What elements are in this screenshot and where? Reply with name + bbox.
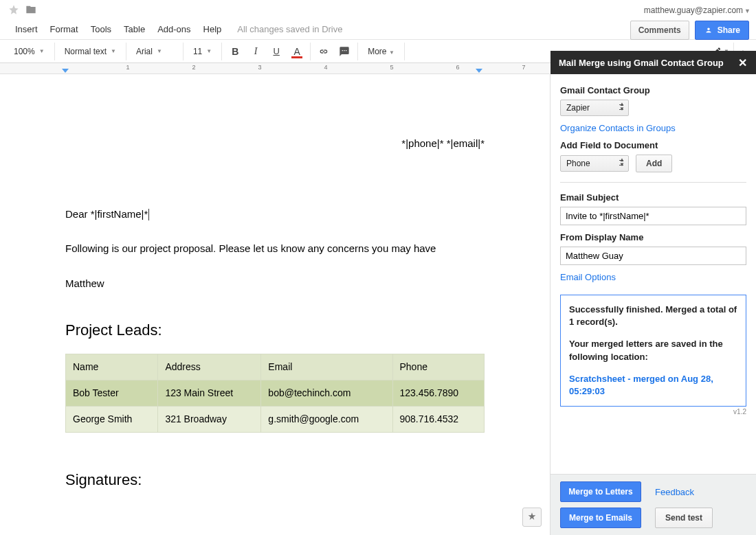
menu-format[interactable]: Format	[44, 21, 85, 37]
indent-left-icon[interactable]	[62, 69, 69, 73]
project-leads-table[interactable]: NameAddressEmailPhone Bob Tester123 Main…	[65, 354, 485, 433]
table-cell[interactable]: 123 Main Street	[158, 380, 261, 407]
subject-label: Email Subject	[560, 192, 746, 203]
divider	[560, 182, 746, 183]
table-cell[interactable]: 908.716.4532	[392, 407, 485, 433]
indent-right-icon[interactable]	[476, 69, 482, 73]
menu-insert[interactable]: Insert	[9, 21, 44, 37]
menu-add-ons[interactable]: Add-ons	[151, 21, 197, 37]
signoff-text[interactable]: Matthew	[65, 276, 485, 292]
zoom-select[interactable]: 100%▼	[8, 45, 50, 58]
group-select[interactable]: Zapier▲▼	[560, 100, 629, 116]
ruler-num: 1	[126, 64, 129, 71]
table-cell[interactable]: g.smith@google.com	[261, 407, 392, 433]
sidebar-title: Mail Merge using Gmail Contact Group	[559, 58, 724, 68]
link-icon[interactable]	[315, 43, 333, 60]
field-label: Add Field to Document	[560, 140, 746, 150]
body-text[interactable]: Following is our project proposal. Pleas…	[65, 241, 485, 257]
ruler-num: 3	[258, 64, 261, 71]
signatures-heading[interactable]: Signatures:	[65, 468, 485, 491]
ruler-num: 2	[192, 64, 195, 71]
status-box: Successfully finished. Merged a total of…	[560, 295, 746, 407]
greeting-text[interactable]: Dear *|firstName|*	[65, 207, 485, 223]
status-location: Your merged letters are saved in the fol…	[569, 338, 737, 363]
table-cell[interactable]: 123.456.7890	[392, 380, 485, 407]
user-email[interactable]: matthew.guay@zapier.com▼	[644, 5, 751, 15]
ruler-num: 6	[456, 64, 459, 71]
table-header[interactable]: Address	[158, 354, 261, 380]
status-success: Successfully finished. Merged a total of…	[569, 304, 737, 328]
mail-merge-sidebar: Mail Merge using Gmail Contact Group ✕ G…	[550, 74, 756, 535]
ruler-num: 7	[522, 64, 525, 71]
font-select[interactable]: Arial▼	[131, 45, 179, 58]
merge-letters-button[interactable]: Merge to Letters	[560, 481, 641, 502]
table-header[interactable]: Name	[66, 354, 158, 380]
comments-button[interactable]: Comments	[630, 21, 689, 40]
save-status: All changes saved in Drive	[237, 24, 342, 34]
share-button[interactable]: Share	[695, 21, 749, 40]
table-cell[interactable]: bob@techinch.com	[261, 380, 392, 407]
explore-button[interactable]	[522, 508, 542, 527]
ruler-num: 4	[324, 64, 327, 71]
email-options-link[interactable]: Email Options	[560, 272, 616, 282]
group-label: Gmail Contact Group	[560, 85, 746, 95]
field-select[interactable]: Phone▲▼	[560, 155, 629, 172]
fontsize-select[interactable]: 11▼	[188, 45, 217, 58]
add-field-button[interactable]: Add	[636, 155, 672, 172]
feedback-link[interactable]: Feedback	[655, 487, 694, 497]
table-cell[interactable]: Bob Tester	[66, 380, 158, 407]
style-select[interactable]: Normal text▼	[59, 45, 122, 58]
menu-help[interactable]: Help	[197, 21, 228, 37]
from-label: From Display Name	[560, 232, 746, 242]
table-cell[interactable]: 321 Broadway	[158, 407, 261, 433]
bold-button[interactable]: B	[226, 43, 244, 60]
from-input[interactable]	[560, 247, 746, 265]
merge-emails-button[interactable]: Merge to Emails	[560, 508, 641, 528]
subject-input[interactable]	[560, 207, 746, 225]
ruler-num: 5	[390, 64, 393, 71]
folder-icon[interactable]	[25, 4, 37, 17]
menu-table[interactable]: Table	[118, 21, 151, 37]
close-icon[interactable]: ✕	[735, 56, 749, 69]
send-test-button[interactable]: Send test	[655, 508, 713, 528]
text-color-button[interactable]: A	[288, 43, 306, 60]
underline-button[interactable]: U	[267, 43, 285, 60]
document-area[interactable]: *|phone|* *|email|* Dear *|firstName|* F…	[0, 74, 550, 535]
ruler[interactable]: 1234567	[0, 63, 550, 74]
table-cell[interactable]: George Smith	[66, 407, 158, 433]
addon-version: v1.2	[560, 408, 746, 416]
italic-button[interactable]: I	[247, 43, 265, 60]
star-icon[interactable]	[8, 4, 19, 17]
table-row[interactable]: George Smith321 Broadwayg.smith@google.c…	[66, 407, 485, 433]
table-row[interactable]: Bob Tester123 Main Streetbob@techinch.co…	[66, 380, 485, 407]
more-button[interactable]: More ▼	[362, 45, 400, 58]
organize-link[interactable]: Organize Contacts in Groups	[560, 123, 676, 133]
leads-heading[interactable]: Project Leads:	[65, 319, 485, 341]
table-header[interactable]: Email	[261, 354, 392, 380]
merge-header-text: *|phone|* *|email|*	[65, 136, 485, 152]
menu-tools[interactable]: Tools	[85, 21, 118, 37]
merged-doc-link[interactable]: Scratchsheet - merged on Aug 28, 05:29:0…	[569, 374, 713, 396]
table-header[interactable]: Phone	[392, 354, 485, 380]
comment-icon[interactable]	[335, 43, 353, 60]
page: *|phone|* *|email|* Dear *|firstName|* F…	[0, 74, 550, 535]
